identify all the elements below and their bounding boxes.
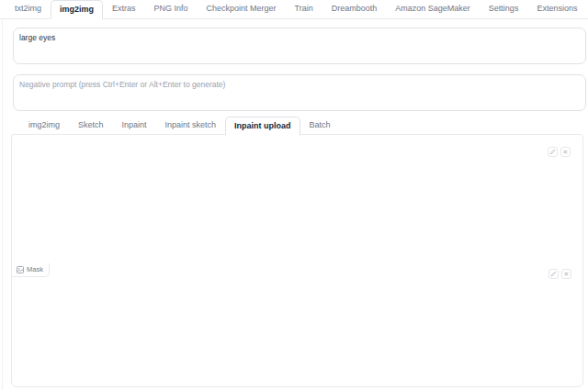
tab-mode-inpaint[interactable]: Inpaint: [113, 116, 156, 135]
content-left-border: [2, 19, 3, 390]
clear-mask-button[interactable]: ✕: [561, 269, 571, 279]
tab-mode-inpaint-sketch[interactable]: Inpaint sketch: [156, 116, 226, 135]
tab-mode-sketch[interactable]: Sketch: [69, 116, 113, 135]
tab-png-info[interactable]: PNG Info: [145, 0, 198, 18]
tab-settings[interactable]: Settings: [480, 0, 528, 18]
tab-train[interactable]: Train: [286, 0, 322, 18]
mask-label-badge: Mask: [12, 263, 50, 277]
source-image-toolbar: ✕: [548, 147, 571, 157]
tab-mode-inpaint-upload[interactable]: Inpaint upload: [225, 117, 300, 136]
pencil-icon: [549, 149, 556, 155]
stable-diffusion-webui: txt2img img2img Extras PNG Info Checkpoi…: [0, 0, 588, 390]
inpaint-upload-panel: [11, 134, 583, 387]
mask-label: Mask: [27, 265, 43, 273]
tab-extensions[interactable]: Extensions: [527, 0, 586, 18]
edit-image-button[interactable]: [548, 147, 558, 157]
tab-txt2img[interactable]: txt2img: [6, 0, 51, 18]
prompt-input[interactable]: large eyes: [13, 28, 586, 64]
tab-mode-batch[interactable]: Batch: [300, 116, 340, 135]
tab-amazon-sagemaker[interactable]: Amazon SageMaker: [386, 0, 480, 18]
edit-mask-button[interactable]: [548, 269, 559, 279]
image-icon: [17, 266, 24, 273]
negative-prompt-input[interactable]: [13, 74, 586, 111]
tab-mode-img2img[interactable]: img2img: [19, 116, 69, 135]
main-tabbar: txt2img img2img Extras PNG Info Checkpoi…: [0, 0, 588, 19]
tab-img2img[interactable]: img2img: [51, 0, 103, 19]
x-icon: ✕: [563, 149, 569, 155]
tab-extras[interactable]: Extras: [103, 0, 145, 18]
mask-image-toolbar: ✕: [548, 269, 571, 279]
clear-image-button[interactable]: ✕: [560, 147, 571, 157]
pencil-icon: [550, 271, 557, 277]
tab-checkpoint-merger[interactable]: Checkpoint Merger: [198, 0, 286, 18]
tab-dreambooth[interactable]: Dreambooth: [322, 0, 387, 18]
x-icon: ✕: [564, 271, 570, 277]
img2img-mode-tabbar: img2img Sketch Inpaint Inpaint sketch In…: [11, 118, 583, 135]
